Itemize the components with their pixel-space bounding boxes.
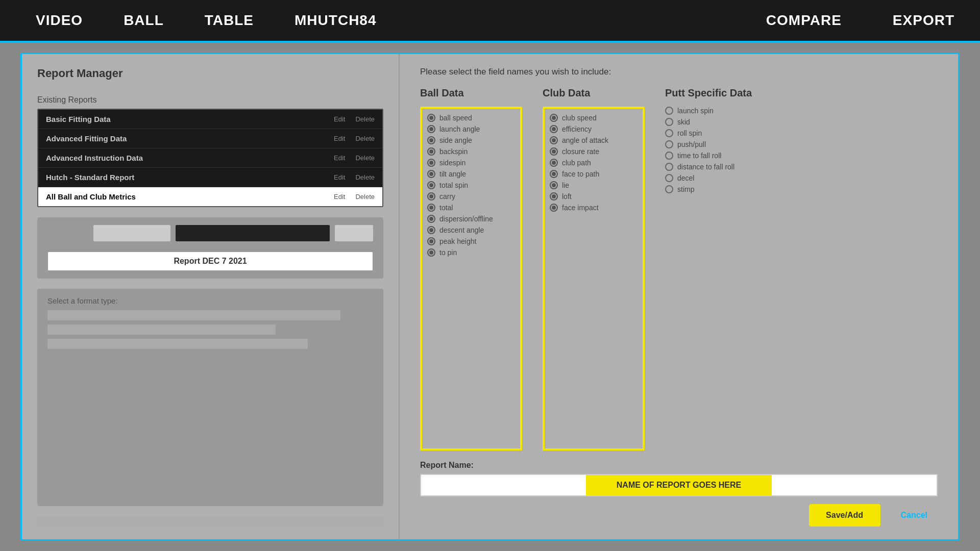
ball-radio-4 [427, 159, 435, 167]
report-item-2[interactable]: Advanced Instruction Data Edit Delete [38, 148, 382, 168]
report-item-0[interactable]: Basic Fitting Data Edit Delete [38, 110, 382, 129]
format-option-3[interactable] [47, 339, 308, 349]
ball-field-0[interactable]: ball speed [427, 114, 515, 122]
ball-field-label-4: sidespin [439, 159, 465, 167]
report-item-1[interactable]: Advanced Fitting Data Edit Delete [38, 129, 382, 148]
cancel-button[interactable]: Cancel [891, 504, 938, 527]
nav-video[interactable]: VIDEO [15, 0, 103, 42]
club-field-8[interactable]: face impact [550, 204, 638, 212]
edit-button-3[interactable]: Edit [334, 173, 345, 181]
putt-field-label-1: skid [677, 118, 690, 126]
nav-ball[interactable]: BALL [103, 0, 184, 42]
ball-data-header: Ball Data [420, 87, 522, 99]
putt-field-0[interactable]: launch spin [665, 107, 767, 115]
ball-field-label-10: descent angle [439, 226, 484, 234]
report-date-button[interactable]: Report DEC 7 2021 [47, 252, 373, 271]
putt-field-label-3: push/pull [677, 140, 706, 148]
club-field-label-7: loft [562, 192, 572, 201]
nav-mhutch[interactable]: MHUTCH84 [274, 0, 397, 42]
putt-field-6[interactable]: decel [665, 174, 767, 182]
filename-input-right[interactable] [176, 225, 330, 241]
club-field-2[interactable]: angle of attack [550, 136, 638, 144]
club-data-fields: club speed efficiency angle of attack cl… [543, 107, 645, 450]
putt-field-3[interactable]: push/pull [665, 140, 767, 148]
edit-button-0[interactable]: Edit [334, 115, 345, 123]
ball-radio-9 [427, 215, 435, 223]
ball-field-2[interactable]: side angle [427, 136, 515, 144]
report-name-placeholder: NAME OF REPORT GOES HERE [586, 475, 772, 495]
ball-field-7[interactable]: carry [427, 192, 515, 201]
club-field-4[interactable]: club path [550, 159, 638, 167]
report-actions-2: Edit Delete [334, 154, 375, 162]
ball-field-label-8: total [439, 204, 453, 212]
club-field-3[interactable]: closure rate [550, 147, 638, 156]
ball-field-label-11: peak height [439, 237, 476, 245]
ball-field-5[interactable]: tilt angle [427, 170, 515, 178]
format-option-1[interactable] [47, 310, 340, 320]
ball-field-12[interactable]: to pin [427, 248, 515, 257]
club-field-5[interactable]: face to path [550, 170, 638, 178]
delete-button-0[interactable]: Delete [355, 115, 375, 123]
report-name-4: All Ball and Club Metrics [46, 192, 334, 201]
ball-radio-0 [427, 114, 435, 122]
club-radio-2 [550, 136, 558, 144]
club-field-label-6: lie [562, 181, 569, 189]
bottom-bar [37, 516, 383, 527]
putt-field-5[interactable]: distance to fall roll [665, 163, 767, 171]
delete-button-3[interactable]: Delete [355, 173, 375, 181]
ball-field-8[interactable]: total [427, 204, 515, 212]
putt-field-label-2: roll spin [677, 129, 702, 137]
club-field-label-8: face impact [562, 204, 599, 212]
ball-field-3[interactable]: backspin [427, 147, 515, 156]
putt-radio-5 [665, 163, 673, 171]
report-name-input-left[interactable] [421, 475, 586, 495]
putt-field-4[interactable]: time to fall roll [665, 152, 767, 160]
filename-input-end[interactable] [335, 225, 373, 241]
nav-export[interactable]: EXPORT [883, 0, 965, 42]
edit-button-4[interactable]: Edit [334, 193, 345, 201]
nav-table[interactable]: TABLE [184, 0, 274, 42]
nav-compare[interactable]: COMPARE [756, 0, 852, 42]
club-field-1[interactable]: efficiency [550, 125, 638, 133]
club-field-label-0: club speed [562, 114, 597, 122]
save-add-button[interactable]: Save/Add [809, 504, 880, 527]
ball-field-6[interactable]: total spin [427, 181, 515, 189]
report-item-4[interactable]: All Ball and Club Metrics Edit Delete [38, 187, 382, 206]
header-right: COMPARE EXPORT [756, 0, 965, 42]
nav-bar: VIDEO BALL TABLE MHUTCH84 [15, 0, 756, 42]
filename-input-left[interactable] [93, 225, 170, 241]
delete-button-4[interactable]: Delete [355, 193, 375, 201]
club-radio-3 [550, 147, 558, 156]
putt-field-label-5: distance to fall roll [677, 163, 734, 171]
format-option-2[interactable] [47, 324, 276, 335]
club-radio-8 [550, 204, 558, 212]
putt-field-label-4: time to fall roll [677, 152, 721, 160]
ball-field-label-0: ball speed [439, 114, 472, 122]
ball-field-1[interactable]: launch angle [427, 125, 515, 133]
ball-field-4[interactable]: sidespin [427, 159, 515, 167]
ball-field-label-3: backspin [439, 147, 468, 156]
ball-radio-12 [427, 248, 435, 257]
putt-field-1[interactable]: skid [665, 118, 767, 126]
putt-field-7[interactable]: stimp [665, 185, 767, 193]
ball-field-11[interactable]: peak height [427, 237, 515, 245]
club-field-6[interactable]: lie [550, 181, 638, 189]
club-field-7[interactable]: loft [550, 192, 638, 201]
edit-button-1[interactable]: Edit [334, 135, 345, 142]
ball-field-9[interactable]: dispersion/offline [427, 215, 515, 223]
delete-button-2[interactable]: Delete [355, 154, 375, 162]
ball-field-label-5: tilt angle [439, 170, 466, 178]
report-name-1: Advanced Fitting Data [46, 134, 334, 143]
putt-radio-1 [665, 118, 673, 126]
report-name-input-right[interactable] [772, 475, 937, 495]
header: VIDEO BALL TABLE MHUTCH84 COMPARE EXPORT [0, 0, 980, 42]
delete-button-1[interactable]: Delete [355, 135, 375, 142]
club-field-label-4: club path [562, 159, 591, 167]
club-field-0[interactable]: club speed [550, 114, 638, 122]
putt-radio-0 [665, 107, 673, 115]
ball-field-10[interactable]: descent angle [427, 226, 515, 234]
report-item-3[interactable]: Hutch - Standard Report Edit Delete [38, 168, 382, 187]
club-radio-5 [550, 170, 558, 178]
edit-button-2[interactable]: Edit [334, 154, 345, 162]
putt-field-2[interactable]: roll spin [665, 129, 767, 137]
